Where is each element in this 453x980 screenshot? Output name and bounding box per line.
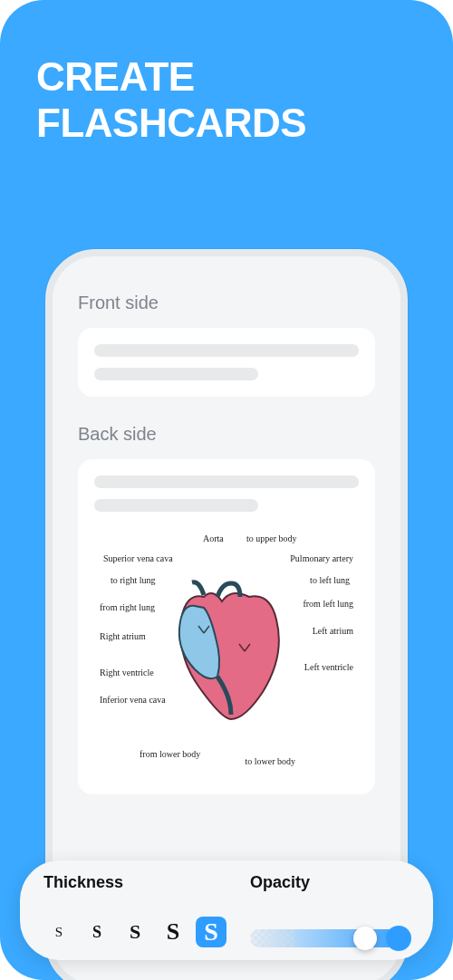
front-side-label: Front side xyxy=(78,293,375,313)
heart-illustration xyxy=(154,570,299,733)
opacity-checker-pattern xyxy=(250,929,294,947)
opacity-slider[interactable] xyxy=(250,929,410,947)
heart-diagram: Aorta to upper body Superior vena cava P… xyxy=(94,524,359,778)
anno-left-atrium: Left atrium xyxy=(313,626,353,636)
anno-to-right-lung: to right lung xyxy=(111,575,155,585)
headline: CREATE FLASHCARDS xyxy=(0,0,453,146)
anno-svc: Superior vena cava xyxy=(103,553,173,563)
thickness-option-4[interactable]: S xyxy=(158,917,188,947)
anno-to-upper-body: to upper body xyxy=(246,533,297,543)
device-inner: Front side Back side xyxy=(53,256,400,794)
anno-right-ventricle: Right ventricle xyxy=(100,668,154,677)
placeholder-line xyxy=(94,344,359,357)
headline-line-1: CREATE xyxy=(36,54,417,101)
headline-line-2: FLASHCARDS xyxy=(36,101,417,147)
drawing-toolbar: Thickness S S S S S Opacity xyxy=(20,860,433,960)
placeholder-line xyxy=(94,368,258,380)
back-side-label: Back side xyxy=(78,424,375,445)
anno-from-right-lung: from right lung xyxy=(100,602,155,612)
anno-ivc: Inferior vena cava xyxy=(100,695,166,705)
anno-right-atrium: Right atrium xyxy=(100,631,146,641)
anno-from-lower-body: from lower body xyxy=(140,749,200,759)
front-side-card[interactable] xyxy=(78,328,375,397)
anno-aorta: Aorta xyxy=(203,533,224,543)
anno-to-lower-body: to lower body xyxy=(245,756,295,766)
thickness-label: Thickness xyxy=(43,873,226,892)
anno-to-left-lung: to left lung xyxy=(310,575,350,585)
opacity-knob[interactable] xyxy=(353,927,377,950)
opacity-label: Opacity xyxy=(250,873,410,892)
thickness-option-3[interactable]: S xyxy=(120,917,150,947)
anno-left-ventricle: Left ventricle xyxy=(304,662,353,672)
opacity-max-dot xyxy=(386,926,411,951)
back-side-card[interactable]: Aorta to upper body Superior vena cava P… xyxy=(78,459,375,794)
promo-frame: CREATE FLASHCARDS Front side Back side xyxy=(0,0,453,980)
thickness-options: S S S S S xyxy=(43,917,226,947)
placeholder-line xyxy=(94,476,359,488)
thickness-option-5[interactable]: S xyxy=(196,917,226,947)
opacity-group: Opacity xyxy=(250,873,410,947)
anno-from-left-lung: from left lung xyxy=(303,599,353,609)
anno-pulmonary-artery: Pulmonary artery xyxy=(290,553,353,563)
placeholder-line xyxy=(94,499,258,512)
thickness-option-2[interactable]: S xyxy=(82,917,112,947)
thickness-option-1[interactable]: S xyxy=(43,917,74,947)
thickness-group: Thickness S S S S S xyxy=(43,873,226,947)
